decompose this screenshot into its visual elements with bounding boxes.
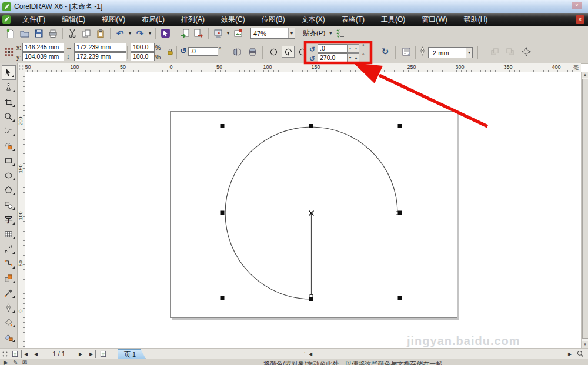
more-tools-icon[interactable] [1,350,9,358]
outline-width-combo[interactable]: .2 mm ▾ [428,47,473,58]
envelope-icon[interactable]: ✉ [22,359,27,365]
document-close-icon[interactable]: × [576,15,584,24]
pen-icon[interactable]: ✎ [13,359,18,365]
smart-fill-tool[interactable] [2,139,16,153]
menu-text[interactable]: 文本(X) [293,13,333,26]
quick-customize-button[interactable] [520,46,533,58]
print-button[interactable] [46,27,60,40]
ellipse-tool[interactable] [2,168,16,183]
cut-button[interactable] [65,27,79,40]
menu-view[interactable]: 视图(V) [93,13,133,26]
y-position-field[interactable]: 104.039 mm [22,52,64,61]
polygon-tool[interactable] [2,183,16,197]
pie-mode-button[interactable] [282,46,295,58]
open-button[interactable] [18,27,32,40]
menu-edit[interactable]: 编辑(E) [54,13,93,26]
pick-tool[interactable] [2,65,16,80]
menu-effects[interactable]: 效果(C) [213,13,253,26]
arc-mode-button[interactable] [296,46,309,58]
redo-dropdown-chevron-icon[interactable]: ▾ [147,31,153,36]
crop-tool[interactable] [2,95,16,109]
ruler-origin-icon[interactable] [18,63,25,72]
ruler-label: 0 [169,64,172,70]
scroll-down-icon[interactable]: ▼ [582,341,588,348]
menu-file[interactable]: 文件(F) [14,13,54,26]
vertical-scrollbar[interactable]: ▲ ▼ [581,72,588,348]
page-tab[interactable]: 页 1 [118,349,146,359]
pie-start-spin-up-icon[interactable]: ▴ [353,44,359,53]
hscroll-left-icon[interactable]: ◀ [308,350,313,358]
connector-tool[interactable] [2,256,16,271]
redo-button[interactable]: ↷ [133,27,147,40]
play-icon[interactable]: ▶ [4,359,8,365]
save-button[interactable] [32,27,46,40]
next-page-icon[interactable]: ▶ [76,350,85,358]
change-direction-button[interactable]: ↻ [379,46,392,58]
splitter-icon[interactable]: ⋮ [302,350,307,358]
smart-fill-icon [4,142,13,150]
rotation-angle-field[interactable]: .0 [188,47,218,56]
drawing-canvas[interactable]: jingyan.baidu.com [25,72,581,348]
table-tool[interactable] [2,227,16,242]
outline-pen-tool[interactable] [2,300,16,315]
object-height-field[interactable]: 172.239 mm [74,52,126,61]
scale-y-field[interactable]: 100.0 [131,52,155,61]
application-launcher-button[interactable] [211,27,225,40]
add-page-after-button[interactable] [99,350,107,358]
lock-ratio-icon[interactable] [163,46,176,58]
menu-table[interactable]: 表格(T) [333,13,373,26]
first-page-icon[interactable]: ◀ [21,350,30,358]
import-button[interactable] [178,27,192,40]
pie-end-angle-field[interactable]: 270.0 [318,53,348,62]
fill-tool[interactable] [2,315,16,330]
interactive-fill-tool[interactable] [2,330,16,344]
menu-layout[interactable]: 布局(L) [133,13,173,26]
menu-help[interactable]: 帮助(H) [456,13,496,26]
zoom-level-combo[interactable]: 47% ▾ [250,28,295,39]
rectangle-tool[interactable] [2,153,16,168]
horizontal-ruler[interactable]: 150 100 50 0 50 100 150 200 250 300 350 … [18,63,581,72]
undo-button[interactable]: ↶ [113,27,127,40]
blend-tool[interactable] [2,271,16,286]
scale-x-field[interactable]: 100.0 [131,43,155,52]
zoom-tool[interactable] [2,109,16,124]
menu-tools[interactable]: 工具(O) [373,13,413,26]
previous-page-icon[interactable]: ◀ [32,350,40,358]
menu-bitmaps[interactable]: 位图(B) [253,13,293,26]
new-document-button[interactable] [4,27,18,40]
pie-end-spin-up-icon[interactable]: ▴ [353,53,359,62]
snap-chevron-icon[interactable]: ▾ [328,31,333,36]
scroll-up-icon[interactable]: ▲ [582,72,588,78]
mirror-vertical-button[interactable] [246,46,259,58]
pie-start-angle-field[interactable]: .0 [318,44,348,53]
navigator-zoom-button[interactable] [575,350,586,358]
ellipse-mode-button[interactable] [267,46,280,58]
vertical-scroll-thumb[interactable] [582,79,588,339]
export-button[interactable] [192,27,206,40]
launcher-dropdown-chevron-icon[interactable]: ▾ [225,31,231,36]
color-eyedropper-tool[interactable] [2,286,16,300]
add-page-before-button[interactable] [11,350,19,358]
freehand-tool[interactable] [2,124,16,139]
shape-tool[interactable] [2,80,16,95]
menu-window[interactable]: 窗口(W) [413,13,455,26]
paste-button[interactable] [93,27,108,40]
hscroll-right-icon[interactable]: ▶ [567,350,573,358]
text-tool[interactable]: 字 [2,212,16,227]
mirror-horizontal-button[interactable] [230,46,243,58]
window-close-icon[interactable]: × [572,2,582,9]
dimension-tool[interactable] [2,242,16,256]
page[interactable] [170,111,457,318]
undo-dropdown-chevron-icon[interactable]: ▾ [127,31,133,36]
snap-dropdown[interactable]: 贴齐(P) [300,29,328,38]
last-page-icon[interactable]: ▶ [87,350,96,358]
welcome-screen-button[interactable] [231,27,245,40]
x-position-field[interactable]: 146.245 mm [22,43,64,52]
basic-shapes-tool[interactable] [2,197,16,212]
snap-options-button[interactable] [333,27,348,40]
menu-arrange[interactable]: 排列(A) [173,13,213,26]
search-content-button[interactable] [158,27,172,40]
wrap-text-button[interactable] [400,46,413,58]
object-width-field[interactable]: 172.239 mm [74,43,126,52]
copy-button[interactable] [79,27,93,40]
